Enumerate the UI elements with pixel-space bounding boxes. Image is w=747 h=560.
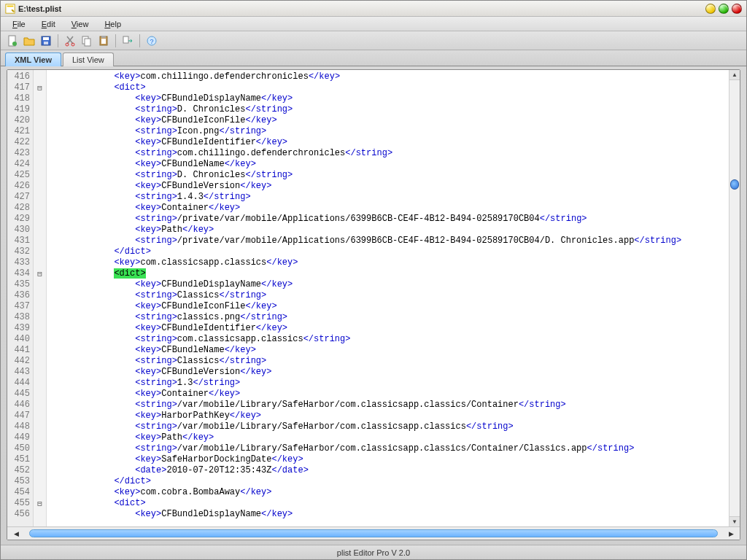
window-controls [705,4,742,14]
horizontal-scrollbar[interactable]: ◀ ▶ [7,526,740,540]
svg-rect-12 [101,39,106,44]
editor-frame: 4164174184194204214224234244254264274284… [7,69,740,540]
toolbar: ? [1,31,746,50]
horizontal-scroll-thumb[interactable] [29,529,718,537]
window-title: E:\test.plist [18,4,61,13]
fold-column[interactable]: ⊟⊟⊟ [34,70,47,526]
editor-area: 4164174184194204214224234244254264274284… [1,66,746,545]
vertical-scroll-thumb[interactable] [730,179,739,190]
cut-button[interactable] [63,34,77,48]
titlebar[interactable]: E:\test.plist [1,1,746,17]
app-icon [5,4,15,14]
close-button[interactable] [732,4,742,14]
scroll-down-arrow-icon[interactable]: ▼ [729,516,740,526]
save-button[interactable] [39,34,53,48]
svg-rect-5 [44,42,48,44]
view-tabs: XML View List View [1,50,746,66]
open-file-button[interactable] [22,34,36,48]
scroll-up-arrow-icon[interactable]: ▲ [729,70,740,80]
menu-view[interactable]: View [64,18,96,30]
svg-rect-13 [123,36,128,43]
code-view[interactable]: <key>com.chillingo.defenderchronicles</k… [47,70,740,526]
svg-rect-9 [85,39,90,46]
scroll-left-arrow-icon[interactable]: ◀ [10,527,22,540]
tab-list-view[interactable]: List View [63,52,114,66]
svg-point-2 [12,42,17,46]
svg-rect-11 [101,36,106,38]
toolbar-separator [115,34,116,47]
minimize-button[interactable] [705,4,716,14]
new-file-button[interactable] [5,34,20,48]
scroll-right-arrow-icon[interactable]: ▶ [725,527,737,540]
paste-button[interactable] [96,34,111,48]
menubar: File Edit View Help [1,17,746,31]
vertical-scrollbar[interactable]: ▲ ▼ [729,70,740,526]
status-app-name: plist Editor Pro V 2.0 [337,548,410,557]
convert-button[interactable] [120,34,135,48]
menu-file[interactable]: File [5,18,33,30]
copy-button[interactable] [80,34,94,48]
tab-xml-view[interactable]: XML View [5,52,61,66]
line-number-gutter[interactable]: 4164174184194204214224234244254264274284… [7,70,34,526]
svg-text:?: ? [150,38,153,45]
editor-body[interactable]: 4164174184194204214224234244254264274284… [7,70,740,526]
menu-help[interactable]: Help [97,18,128,30]
toolbar-separator [139,34,140,47]
app-window: E:\test.plist File Edit View Help ? XML … [0,0,747,560]
menu-edit[interactable]: Edit [34,18,63,30]
toolbar-separator [58,34,58,47]
maximize-button[interactable] [719,4,729,14]
statusbar: plist Editor Pro V 2.0 [1,545,746,559]
help-button[interactable]: ? [144,34,159,48]
svg-rect-4 [43,37,49,40]
